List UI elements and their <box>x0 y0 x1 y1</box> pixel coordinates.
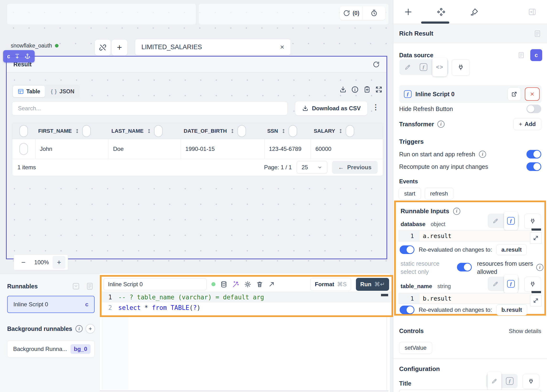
run-button[interactable]: Run ⌘↵ <box>356 278 389 291</box>
expand-value-editor-button[interactable] <box>530 232 541 244</box>
fx-mode-icon[interactable]: ƒ <box>504 211 518 230</box>
anchor-icon[interactable] <box>24 53 31 60</box>
editor-scrollbar-thumb[interactable] <box>381 294 388 296</box>
open-script-button[interactable] <box>508 87 521 101</box>
copy-result-icon[interactable] <box>363 86 371 93</box>
info-icon[interactable]: i <box>479 151 486 158</box>
runnables-list-icon[interactable] <box>86 282 94 291</box>
code-mode-icon[interactable]: <> <box>432 58 447 76</box>
code-line-1[interactable]: 1 -- ? table_name (varchar) = default ar… <box>102 292 391 303</box>
sort-icon[interactable] <box>338 128 343 134</box>
plug-connect-button[interactable] <box>452 59 470 76</box>
edit-pencil-icon[interactable] <box>401 61 415 74</box>
zoom-in-button[interactable]: + <box>53 256 65 269</box>
expand-editor-icon[interactable] <box>268 281 275 288</box>
show-details-link[interactable]: Show details <box>509 328 541 334</box>
plug-connect-button[interactable] <box>524 277 541 292</box>
add-tab-icon[interactable] <box>404 8 412 16</box>
sort-icon[interactable] <box>75 128 80 134</box>
style-brush-tab-icon[interactable] <box>470 7 479 16</box>
add-background-runnable-button[interactable]: + <box>86 324 95 333</box>
data-source-script-row[interactable]: ƒ Inline Script 0 × <box>399 85 541 103</box>
database-value-editor[interactable]: 1 a.result <box>399 230 532 241</box>
column-header[interactable]: FIRST_NAME <box>38 128 72 134</box>
settings-gear-icon[interactable] <box>244 281 251 288</box>
docs-icon[interactable] <box>533 30 541 38</box>
script-name-input[interactable] <box>103 278 207 290</box>
edit-pencil-icon[interactable] <box>489 277 502 290</box>
history-button[interactable] <box>362 6 385 20</box>
ai-magic-wand-icon[interactable] <box>232 281 239 288</box>
column-checkbox[interactable] <box>154 125 163 137</box>
database-icon[interactable] <box>220 281 227 288</box>
fx-mode-icon[interactable]: ƒ <box>503 375 516 387</box>
table-menu-icon[interactable]: ⋮ <box>372 103 379 111</box>
sort-icon[interactable] <box>281 128 286 134</box>
editor-horizontal-scrollbar[interactable] <box>100 390 388 392</box>
rich-result-component[interactable]: Result Table { } JSON <box>6 56 387 259</box>
zoom-out-button[interactable]: − <box>16 258 31 266</box>
sort-icon[interactable] <box>230 128 235 134</box>
collapse-panel-icon[interactable] <box>528 8 536 16</box>
plug-connect-button[interactable] <box>523 374 539 389</box>
page-size-select[interactable]: 25 <box>297 161 327 174</box>
fullscreen-icon[interactable] <box>375 86 383 93</box>
runnable-item-inline-script-0[interactable]: Inline Script 0 c <box>7 296 95 313</box>
table-row[interactable]: John Doe 1990-01-15 123-45-6789 60000 <box>12 139 383 159</box>
insert-below-icon[interactable] <box>14 53 20 60</box>
expand-value-editor-button[interactable] <box>530 295 541 306</box>
delete-trash-icon[interactable] <box>256 281 263 288</box>
edit-pencil-icon[interactable] <box>489 214 502 227</box>
unlink-button[interactable] <box>95 40 111 55</box>
info-icon[interactable]: i <box>437 121 444 128</box>
add-transformer-button[interactable]: +Add <box>513 118 541 130</box>
background-runnable-item[interactable]: Background Runna... bg_0 <box>7 341 95 357</box>
column-header[interactable]: SSN <box>267 128 278 134</box>
clear-selection-icon[interactable]: × <box>280 43 284 51</box>
remove-script-button[interactable]: × <box>525 87 540 101</box>
plug-connect-button[interactable] <box>524 214 541 229</box>
sort-icon[interactable] <box>146 128 152 134</box>
column-checkbox[interactable] <box>346 125 354 137</box>
select-all-checkbox[interactable] <box>19 125 28 137</box>
info-icon[interactable]: i <box>75 325 83 332</box>
resources-from-users-toggle[interactable] <box>457 263 472 271</box>
fx-mode-icon[interactable]: ƒ <box>504 275 518 293</box>
column-checkbox[interactable] <box>82 125 91 137</box>
column-checkbox[interactable] <box>237 125 246 137</box>
table-name-value-editor[interactable]: 1 b.result <box>399 293 532 304</box>
download-csv-button[interactable]: Download as CSV <box>295 101 367 115</box>
component-selection-badge[interactable]: c <box>3 50 35 62</box>
tab-table[interactable]: Table <box>13 86 45 97</box>
control-method-setvalue[interactable]: setValue <box>399 342 432 354</box>
format-button[interactable]: Format ⌘S <box>310 278 351 291</box>
title-input-peek[interactable] <box>399 390 541 392</box>
info-icon[interactable] <box>351 86 359 93</box>
tab-json[interactable]: { } JSON <box>46 86 79 97</box>
previous-page-button[interactable]: ← Previous <box>332 161 378 174</box>
add-component-button[interactable]: + <box>112 40 127 55</box>
table-select-input[interactable] <box>141 43 280 51</box>
connection-label[interactable]: snowflake_oauth <box>11 42 59 49</box>
docs-icon[interactable] <box>517 51 525 59</box>
column-header[interactable]: LAST_NAME <box>111 128 143 134</box>
column-header[interactable]: DATE_OF_BIRTH <box>184 128 227 134</box>
reeval-target-pill[interactable]: b.result <box>496 304 527 315</box>
placeholder-component-1[interactable] <box>7 4 196 24</box>
event-pill-refresh[interactable]: refresh <box>425 188 454 200</box>
column-checkbox[interactable] <box>288 125 297 137</box>
column-header[interactable]: SALARY <box>314 128 335 134</box>
edit-pencil-icon[interactable] <box>487 372 501 390</box>
refresh-count-button[interactable]: (0) <box>340 6 362 20</box>
table-search-input[interactable] <box>18 105 282 112</box>
components-tab-icon[interactable] <box>436 7 446 17</box>
hide-refresh-toggle[interactable] <box>526 105 541 113</box>
result-refresh-icon[interactable] <box>373 61 380 68</box>
reeval-target-pill[interactable]: a.result <box>496 244 527 255</box>
info-icon[interactable]: i <box>536 264 543 271</box>
fx-mode-icon[interactable]: ƒ <box>417 61 431 74</box>
collapse-runnables-icon[interactable] <box>72 282 80 291</box>
table-name-reeval-toggle[interactable] <box>400 306 414 314</box>
run-on-start-toggle[interactable] <box>526 150 541 159</box>
code-line-2[interactable]: 2 select * from TABLE ( ? ) <box>102 303 391 313</box>
